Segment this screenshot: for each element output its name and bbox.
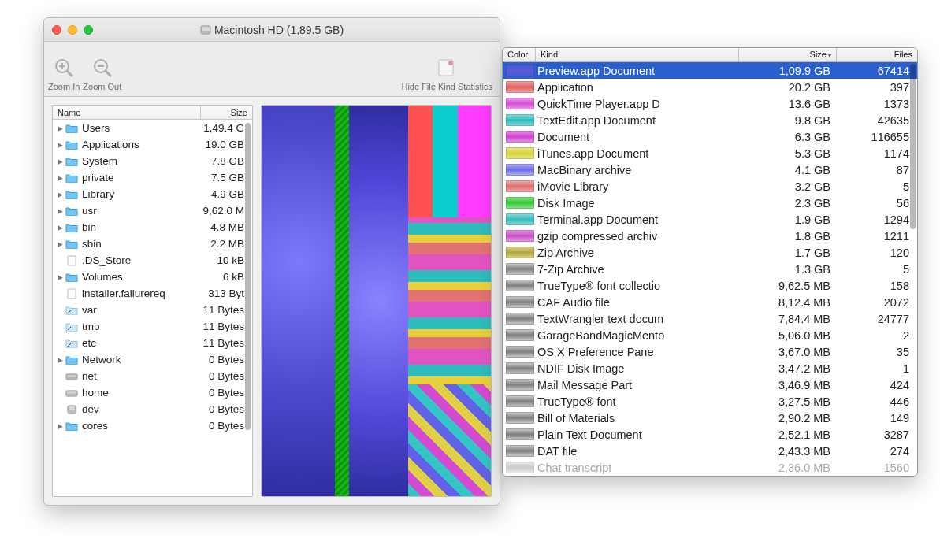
treemap-view[interactable] bbox=[261, 105, 492, 497]
tree-row[interactable]: ▶Users1,49.4 G bbox=[53, 120, 252, 136]
stats-row[interactable]: Application20.2 GB397 bbox=[503, 79, 917, 95]
disclosure-triangle-icon[interactable]: ▶ bbox=[56, 191, 65, 198]
treemap-block[interactable] bbox=[408, 217, 491, 385]
folder-icon bbox=[65, 172, 78, 184]
treemap-block[interactable] bbox=[408, 384, 491, 496]
row-name: Network bbox=[82, 354, 188, 365]
stats-row[interactable]: GarageBandMagicMento5,06.0 MB2 bbox=[503, 327, 917, 343]
tree-row[interactable]: installer.failurereq313 Byt bbox=[53, 285, 252, 302]
treemap-block[interactable] bbox=[262, 106, 335, 496]
tree-row[interactable]: ▶Library4.9 GB bbox=[53, 186, 252, 202]
kind-color-swatch bbox=[506, 462, 534, 473]
stats-row[interactable]: TrueType® font collectio9,62.5 MB158 bbox=[503, 277, 917, 294]
zoom-out-button[interactable]: Zoom Out bbox=[83, 57, 121, 91]
tree-row[interactable]: .DS_Store10 kB bbox=[53, 252, 252, 269]
name-column-header[interactable]: Name bbox=[53, 106, 201, 119]
stats-row[interactable]: DAT file2,43.3 MB274 bbox=[503, 443, 917, 459]
disclosure-triangle-icon[interactable]: ▶ bbox=[56, 124, 65, 132]
files-column-header[interactable]: Files bbox=[837, 48, 917, 61]
stats-row[interactable]: gzip compressed archiv1.8 GB1211 bbox=[503, 228, 917, 244]
tree-row[interactable]: ▶sbin2.2 MB bbox=[53, 235, 252, 252]
treemap-block[interactable] bbox=[335, 106, 348, 496]
kind-color-swatch bbox=[506, 445, 534, 457]
treemap-block[interactable] bbox=[349, 106, 409, 496]
tree-row[interactable]: ▶bin4.8 MB bbox=[53, 219, 252, 235]
stats-row[interactable]: Mail Message Part3,46.9 MB424 bbox=[503, 376, 917, 393]
disclosure-triangle-icon[interactable]: ▶ bbox=[56, 273, 65, 281]
svg-rect-1 bbox=[201, 31, 210, 34]
disclosure-triangle-icon[interactable]: ▶ bbox=[56, 240, 65, 248]
stats-row[interactable]: TextWrangler text docum7,84.4 MB24777 bbox=[503, 310, 917, 327]
stats-row[interactable]: iMovie Library3.2 GB5 bbox=[503, 178, 917, 195]
titlebar[interactable]: Macintosh HD (1,89.5 GB) bbox=[44, 18, 500, 42]
hide-stats-button[interactable]: Hide File Kind Statistics bbox=[401, 57, 492, 91]
kind-label: Chat transcript bbox=[537, 462, 744, 474]
stats-row[interactable]: OS X Preference Pane3,67.0 MB35 bbox=[503, 343, 917, 360]
row-size: 7.5 GB bbox=[188, 172, 249, 184]
tree-scrollbar[interactable] bbox=[245, 123, 251, 430]
folder-icon bbox=[65, 222, 78, 233]
tree-row[interactable]: dev0 Bytes bbox=[53, 401, 252, 417]
close-button[interactable] bbox=[52, 25, 61, 35]
stats-row[interactable]: TrueType® font3,27.5 MB446 bbox=[503, 393, 917, 410]
row-size: 11 Bytes bbox=[188, 321, 249, 332]
zoom-button[interactable] bbox=[84, 25, 93, 35]
treemap-block[interactable] bbox=[408, 106, 491, 217]
size-column-header[interactable]: Size▾ bbox=[739, 48, 837, 61]
treemap-block[interactable] bbox=[408, 106, 491, 496]
disclosure-triangle-icon[interactable]: ▶ bbox=[56, 174, 65, 182]
files-value: 1174 bbox=[838, 147, 917, 160]
stats-row[interactable]: Plain Text Document2,52.1 MB3287 bbox=[503, 426, 917, 443]
kind-color-swatch bbox=[506, 280, 534, 291]
kind-color-swatch bbox=[506, 379, 534, 391]
tree-row[interactable]: etc11 Bytes bbox=[53, 335, 252, 351]
stats-row[interactable]: Preview.app Document1,09.9 GB67414 bbox=[503, 62, 917, 79]
row-size: 0 Bytes bbox=[188, 387, 249, 399]
stats-row[interactable]: MacBinary archive4.1 GB87 bbox=[503, 161, 917, 178]
stats-row[interactable]: Document6.3 GB116655 bbox=[503, 128, 917, 145]
disclosure-triangle-icon[interactable]: ▶ bbox=[56, 141, 65, 149]
kind-column-header[interactable]: Kind bbox=[536, 48, 739, 61]
tree-row[interactable]: ▶Network0 Bytes bbox=[53, 351, 252, 368]
stats-row[interactable]: Terminal.app Document1.9 GB1294 bbox=[503, 211, 917, 228]
stats-row[interactable]: NDIF Disk Image3,47.2 MB1 bbox=[503, 360, 917, 376]
stats-scrollbar[interactable] bbox=[910, 64, 916, 229]
kind-label: QuickTime Player.app D bbox=[537, 98, 744, 110]
color-column-header[interactable]: Color bbox=[503, 48, 536, 61]
disclosure-triangle-icon[interactable]: ▶ bbox=[56, 224, 65, 232]
tree-row[interactable]: ▶Applications19.0 GB bbox=[53, 136, 252, 153]
stats-row[interactable]: CAF Audio file8,12.4 MB2072 bbox=[503, 294, 917, 310]
stats-row[interactable]: Bill of Materials2,90.2 MB149 bbox=[503, 410, 917, 426]
stats-row[interactable]: Disk Image2.3 GB56 bbox=[503, 195, 917, 211]
zoom-in-button[interactable]: Zoom In bbox=[48, 57, 80, 91]
file-icon bbox=[65, 255, 78, 266]
tree-row[interactable]: home0 Bytes bbox=[53, 384, 252, 401]
stats-row[interactable]: QuickTime Player.app D13.6 GB1373 bbox=[503, 95, 917, 112]
stats-row[interactable]: Chat transcript2,36.0 MB1560 bbox=[503, 459, 917, 476]
tree-row[interactable]: ▶usr9,62.0 M bbox=[53, 202, 252, 219]
tree-row[interactable]: var11 Bytes bbox=[53, 302, 252, 318]
kind-label: Document bbox=[537, 131, 744, 143]
disclosure-triangle-icon[interactable]: ▶ bbox=[56, 356, 65, 364]
tree-row[interactable]: ▶System7.8 GB bbox=[53, 153, 252, 169]
size-value: 6.3 GB bbox=[744, 131, 838, 143]
minimize-button[interactable] bbox=[68, 25, 77, 35]
stats-row[interactable]: iTunes.app Document5.3 GB1174 bbox=[503, 145, 917, 161]
folder-icon bbox=[65, 354, 78, 365]
tree-row[interactable]: tmp11 Bytes bbox=[53, 318, 252, 335]
tree-row[interactable]: ▶Volumes6 kB bbox=[53, 269, 252, 285]
size-value: 3,46.9 MB bbox=[744, 379, 838, 391]
stats-row[interactable]: Zip Archive1.7 GB120 bbox=[503, 244, 917, 261]
kind-label: TextEdit.app Document bbox=[537, 114, 744, 127]
folder-icon bbox=[65, 156, 78, 167]
size-column-header[interactable]: Size bbox=[201, 106, 252, 119]
tree-row[interactable]: ▶cores0 Bytes bbox=[53, 417, 252, 434]
stats-row[interactable]: TextEdit.app Document9.8 GB42635 bbox=[503, 112, 917, 128]
stats-row[interactable]: 7-Zip Archive1.3 GB5 bbox=[503, 261, 917, 277]
disclosure-triangle-icon[interactable]: ▶ bbox=[56, 207, 65, 215]
disclosure-triangle-icon[interactable]: ▶ bbox=[56, 158, 65, 165]
tree-row[interactable]: net0 Bytes bbox=[53, 368, 252, 384]
tree-row[interactable]: ▶private7.5 GB bbox=[53, 169, 252, 186]
disclosure-triangle-icon[interactable]: ▶ bbox=[56, 422, 65, 430]
files-value: 1 bbox=[838, 362, 917, 375]
